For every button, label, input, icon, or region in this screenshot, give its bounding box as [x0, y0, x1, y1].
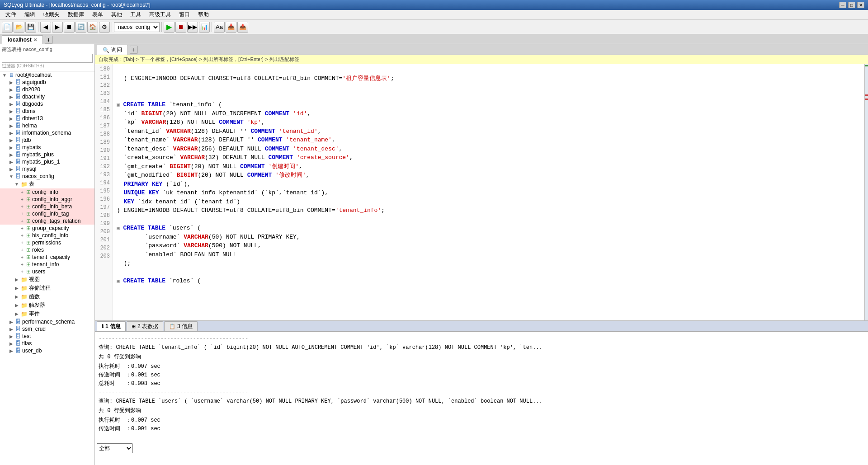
sql-editor[interactable]: 180 181 182 183 184 185 186 187 188 189 … — [95, 64, 868, 320]
tree-table-roles[interactable]: +⊞roles — [0, 246, 94, 254]
db-toggle[interactable]: ▶ — [9, 160, 14, 164]
filter-input[interactable] — [2, 54, 93, 63]
minimize-button[interactable]: ─ — [839, 2, 846, 8]
tree-db-dbactivity[interactable]: ▶🗄dbactivity — [0, 93, 94, 100]
result-tab-2[interactable]: ⊞ 2 表数据 — [127, 321, 163, 331]
conn-tab-close[interactable]: ✕ — [33, 38, 37, 42]
toolbar-new[interactable]: 📄 — [2, 22, 13, 33]
toolbar-settings[interactable]: ⚙ — [99, 22, 110, 33]
tree-db-ssm_crud[interactable]: ▶🗄ssm_crud — [0, 325, 94, 333]
tree-table-config_info_aggr[interactable]: +⊞config_info_aggr — [0, 196, 94, 203]
db-toggle[interactable]: ▶ — [9, 116, 14, 121]
db-toggle[interactable]: ▶ — [9, 109, 14, 114]
toolbar-export[interactable]: 📤 — [237, 22, 248, 33]
menu-help[interactable]: 帮助 — [194, 10, 212, 19]
tree-db-mybatis_plus_1[interactable]: ▶🗄mybatis_plus_1 — [0, 158, 94, 165]
tree-db-heima[interactable]: ▶🗄heima — [0, 122, 94, 129]
tree-folder-函数[interactable]: ▶📁函数 — [0, 292, 94, 301]
db-toggle[interactable]: ▶ — [9, 123, 14, 128]
menu-edit[interactable]: 编辑 — [21, 10, 39, 19]
tree-folder-存储过程[interactable]: ▶📁存储过程 — [0, 284, 94, 292]
result-tab-3[interactable]: 📋 3 信息 — [164, 321, 198, 331]
query-tab-add[interactable]: + — [130, 46, 138, 54]
tree-folder-视图[interactable]: ▶📁视图 — [0, 275, 94, 284]
close-button[interactable]: ✕ — [857, 2, 864, 8]
conn-tab-add[interactable]: + — [45, 36, 53, 44]
menu-table[interactable]: 表单 — [89, 10, 107, 19]
tree-db-tlias[interactable]: ▶🗄tlias — [0, 340, 94, 347]
tree-db-performance_schema[interactable]: ▶🗄performance_schema — [0, 318, 94, 325]
restore-button[interactable]: □ — [848, 2, 855, 8]
toolbar-explain[interactable]: 📊 — [199, 22, 210, 33]
tree-folder-触发器[interactable]: ▶📁触发器 — [0, 301, 94, 310]
sql-code[interactable]: ) ENGINE=INNODB DEFAULT CHARSET=utf8 COL… — [113, 64, 864, 320]
query-tab-main[interactable]: 🔍 询问 — [97, 45, 128, 55]
tree-table-config_tags_relation[interactable]: +⊞config_tags_relation — [0, 217, 94, 225]
db-toggle[interactable]: ▶ — [9, 138, 14, 143]
tree-table-config_info_beta[interactable]: +⊞config_info_beta — [0, 203, 94, 210]
tree-table-config_info_tag[interactable]: +⊞config_info_tag — [0, 210, 94, 217]
db-selector[interactable]: nacos_config — [114, 22, 160, 32]
db-toggle[interactable]: ▶ — [9, 145, 14, 150]
db-toggle[interactable]: ▶ — [9, 94, 14, 99]
tree-table-permissions[interactable]: +⊞permissions — [0, 239, 94, 246]
db-toggle[interactable]: ▶ — [9, 341, 14, 346]
tree-db-db2020[interactable]: ▶🗄db2020 — [0, 86, 94, 93]
filter-select[interactable]: 全部 — [97, 443, 133, 453]
tree-db-atguigudb[interactable]: ▶🗄atguigudb — [0, 79, 94, 86]
tree-table-users[interactable]: +⊞users — [0, 268, 94, 275]
toolbar-fwd[interactable]: ▶ — [52, 22, 63, 33]
result-tab-1[interactable]: ℹ 1 信息 — [97, 321, 126, 331]
tree-table-his_config_info[interactable]: +⊞his_config_info — [0, 232, 94, 239]
menu-favorites[interactable]: 收藏夹 — [40, 10, 63, 19]
tree-db-information_schema[interactable]: ▶🗄information_schema — [0, 129, 94, 136]
menu-advanced-tools[interactable]: 高级工具 — [146, 10, 175, 19]
tree-db-jtdb[interactable]: ▶🗄jtdb — [0, 136, 94, 144]
db-toggle[interactable]: ▼ — [9, 174, 14, 179]
toolbar-back[interactable]: ◀ — [40, 22, 51, 33]
db-toggle[interactable]: ▶ — [9, 87, 14, 92]
tree-db-nacos_config[interactable]: ▼🗄nacos_config — [0, 173, 94, 180]
db-toggle[interactable]: ▶ — [9, 348, 14, 353]
db-toggle[interactable]: ▶ — [9, 319, 14, 324]
tree-table-tenant_capacity[interactable]: +⊞tenant_capacity — [0, 254, 94, 261]
conn-tab-localhost[interactable]: localhost ✕ — [2, 35, 43, 44]
tree-db-dbgoods[interactable]: ▶🗄dbgoods — [0, 100, 94, 108]
tree-db-mybatis_plus[interactable]: ▶🗄mybatis_plus — [0, 151, 94, 158]
tree-table-config_info[interactable]: +⊞config_info — [0, 188, 94, 196]
toolbar-stop[interactable]: ⏹ — [64, 22, 75, 33]
menu-database[interactable]: 数据库 — [64, 10, 88, 19]
toolbar-open[interactable]: 📂 — [14, 22, 24, 33]
db-toggle[interactable]: ▶ — [9, 102, 14, 107]
toolbar-execute[interactable]: ▶ — [164, 22, 175, 33]
menu-window[interactable]: 窗口 — [175, 10, 193, 19]
tree-table-tenant_info[interactable]: +⊞tenant_info — [0, 261, 94, 268]
toolbar-refresh[interactable]: 🔄 — [75, 22, 86, 33]
toolbar-stop2[interactable]: ⏹ — [175, 22, 186, 33]
toolbar-execute-all[interactable]: ▶▶ — [187, 22, 198, 33]
db-toggle[interactable]: ▶ — [9, 327, 14, 332]
toolbar-home[interactable]: 🏠 — [87, 22, 98, 33]
tree-db-dbms[interactable]: ▶🗄dbms — [0, 108, 94, 115]
root-toggle[interactable]: ▼ — [2, 73, 7, 78]
db-toggle[interactable]: ▶ — [9, 152, 14, 157]
db-toggle[interactable]: ▶ — [9, 80, 14, 85]
tree-db-test[interactable]: ▶🗄test — [0, 333, 94, 340]
toolbar-import[interactable]: 📥 — [226, 22, 236, 33]
menu-other[interactable]: 其他 — [108, 10, 126, 19]
tree-root[interactable]: ▼ 🖥 root@localhost — [0, 71, 94, 79]
db-toggle[interactable]: ▶ — [9, 131, 14, 136]
db-toggle[interactable]: ▶ — [9, 167, 14, 172]
tree-tables-folder[interactable]: ▼📁表 — [0, 180, 94, 188]
db-toggle[interactable]: ▶ — [9, 334, 14, 339]
menu-tools[interactable]: 工具 — [127, 10, 145, 19]
tree-table-group_capacity[interactable]: +⊞group_capacity — [0, 225, 94, 232]
tree-db-user_db[interactable]: ▶🗄user_db — [0, 347, 94, 354]
toolbar-format[interactable]: Aa — [214, 22, 225, 33]
menu-file[interactable]: 文件 — [2, 10, 20, 19]
tree-folder-事件[interactable]: ▶📁事件 — [0, 310, 94, 318]
tree-db-dbtest13[interactable]: ▶🗄dbtest13 — [0, 115, 94, 122]
tree-db-mybatis[interactable]: ▶🗄mybatis — [0, 144, 94, 151]
tree-db-mysql[interactable]: ▶🗄mysql — [0, 165, 94, 173]
toolbar-save[interactable]: 💾 — [25, 22, 36, 33]
